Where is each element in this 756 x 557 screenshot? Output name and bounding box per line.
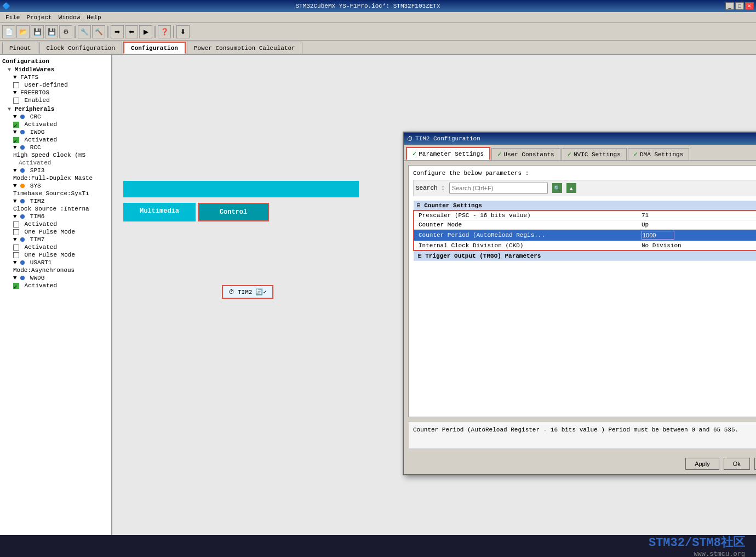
check-dma: ✓ — [634, 150, 638, 158]
toolbar-new[interactable]: 📄 — [2, 25, 15, 38]
maximize-button[interactable]: □ — [735, 2, 744, 10]
tree-crc[interactable]: ▼ CRC — [2, 113, 109, 121]
tree-tim6-activated[interactable]: Activated — [2, 220, 109, 228]
watermark-subtext: www.stmcu.org — [694, 550, 745, 557]
search-button-green2[interactable]: ▲ — [566, 183, 576, 193]
dialog-title-icon: ⏱ — [407, 135, 413, 143]
tree-spi3[interactable]: ▼ SPI3 — [2, 167, 109, 174]
menu-file[interactable]: File — [2, 13, 23, 22]
dialog-tab-parameters[interactable]: ✓ Parameter Settings — [406, 147, 490, 160]
toolbar-save[interactable]: 💾 — [31, 25, 44, 38]
apply-button[interactable]: Apply — [685, 458, 719, 470]
tab-pinout[interactable]: Pinout — [2, 42, 38, 54]
tree-fatfs[interactable]: ▼ FATFS — [2, 73, 109, 81]
category-control[interactable]: Control — [198, 203, 269, 221]
tree-section-peripherals: ▼ Peripherals ▼ CRC ✓ Activated ▼ IWDG ✓ — [2, 105, 109, 289]
tree-iwdg-activated[interactable]: ✓ Activated — [2, 136, 109, 144]
checkbox-tim7-opm[interactable] — [13, 252, 19, 258]
tree-crc-activated[interactable]: ✓ Activated — [2, 121, 109, 128]
tree-rcc-activated[interactable]: Activated — [2, 159, 109, 167]
search-button-green1[interactable]: 🔍 — [552, 183, 562, 193]
menu-project[interactable]: Project — [23, 13, 55, 22]
title-buttons: _ □ ✕ — [725, 2, 754, 10]
tree-middlewares[interactable]: ▼ MiddleWares — [2, 66, 109, 73]
dialog-description: Counter Period (AutoReload Register - 16… — [408, 422, 756, 449]
dot-wwdg — [20, 276, 25, 280]
tree-iwdg[interactable]: ▼ IWDG — [2, 128, 109, 136]
checkbox-freertos[interactable] — [13, 98, 19, 104]
menu-help[interactable]: Help — [83, 13, 104, 22]
tab-clock[interactable]: Clock Configuration — [39, 42, 122, 54]
tree-wwdg[interactable]: ▼ WWDG — [2, 274, 109, 282]
dot-tim7 — [20, 237, 25, 242]
minimize-button[interactable]: _ — [725, 2, 734, 10]
tim2-chip-box[interactable]: ⏱ TIM2 🔄✓ — [222, 285, 273, 299]
dot-rcc — [20, 145, 25, 150]
checkbox-wwdg[interactable]: ✓ — [13, 283, 19, 289]
checkbox-tim7[interactable] — [13, 245, 19, 251]
dot-tim2 — [20, 199, 25, 203]
dialog-buttons: Apply Ok Cancel — [404, 453, 756, 474]
tree-sys[interactable]: ▼ SYS — [2, 182, 109, 190]
tree-rcc[interactable]: ▼ RCC — [2, 144, 109, 151]
ok-button[interactable]: Ok — [724, 458, 750, 470]
tree-freertos-enabled[interactable]: Enabled — [2, 96, 109, 104]
tree-section-middlewares: ▼ MiddleWares ▼ FATFS User-defined ▼ FRE… — [2, 66, 109, 104]
toolbar-btn6[interactable]: 🔧 — [78, 25, 91, 38]
toolbar-btn8[interactable]: ➡ — [111, 25, 124, 38]
dialog-tab-user-constants[interactable]: ✓ User Constants — [491, 148, 560, 160]
tree-tim6-opm[interactable]: One Pulse Mode — [2, 228, 109, 236]
dialog-tab-nvic[interactable]: ✓ NVIC Settings — [562, 148, 627, 160]
toolbar-btn7[interactable]: 🔨 — [92, 25, 105, 38]
tree-freertos[interactable]: ▼ FREERTOS — [2, 89, 109, 96]
title-icon: 🔷 — [2, 2, 10, 10]
toolbar-btn9[interactable]: ⬅ — [125, 25, 138, 38]
toolbar-btn10[interactable]: ▶ — [139, 25, 152, 38]
checkbox-tim6-opm[interactable] — [13, 229, 19, 235]
tree-tim7-opm[interactable]: One Pulse Mode — [2, 251, 109, 259]
tab-power[interactable]: Power Consumption Calculator — [187, 42, 302, 54]
tree-usart1[interactable]: ▼ USART1 — [2, 259, 109, 266]
tree-fatfs-user[interactable]: User-defined — [2, 81, 109, 89]
param-row-counter-mode[interactable]: Counter Mode Up — [414, 220, 756, 230]
tree-tim2-clock[interactable]: Clock Source :Interna — [2, 205, 109, 213]
tree-spi3-mode[interactable]: Mode:Full-Duplex Maste — [2, 174, 109, 182]
checkbox-iwdg[interactable]: ✓ — [13, 137, 19, 143]
param-row-clock-division[interactable]: Internal Clock Division (CKD) No Divisio… — [414, 241, 756, 251]
toolbar-btn5[interactable]: ⚙ — [59, 25, 72, 38]
menu-window[interactable]: Window — [55, 13, 84, 22]
checkbox-crc[interactable]: ✓ — [13, 122, 19, 128]
tree-peripherals[interactable]: ▼ Peripherals — [2, 105, 109, 113]
tree-rcc-hsc[interactable]: High Speed Clock (HS — [2, 151, 109, 159]
tree-tim2[interactable]: ▼ TIM2 — [2, 197, 109, 205]
group-trigger-output[interactable]: ⊞ Trigger Output (TRGO) Parameters — [414, 251, 756, 261]
title-bar: 🔷 STM32CubeMX YS-F1Pro.ioc*: STM32F103ZE… — [0, 0, 756, 12]
close-button[interactable]: ✕ — [745, 2, 754, 10]
toolbar-help[interactable]: ❓ — [158, 25, 171, 38]
toolbar-btn11[interactable]: ⬇ — [176, 25, 190, 38]
dialog-tab-dma[interactable]: ✓ DMA Settings — [628, 148, 689, 160]
tree-tim6[interactable]: ▼ TIM6 — [2, 213, 109, 220]
dot-spi3 — [20, 168, 25, 173]
tree-tim7-activated[interactable]: Activated — [2, 243, 109, 251]
dot-iwdg — [20, 130, 25, 134]
counter-period-input[interactable] — [642, 231, 674, 240]
category-multimedia[interactable]: Multimedia — [123, 203, 196, 221]
checkbox-fatfs-user[interactable] — [13, 82, 19, 88]
param-table: ⊟ Counter Settings Prescaler (PSC - 16 b… — [413, 201, 756, 261]
toolbar-save2[interactable]: 💾 — [45, 25, 58, 38]
tree-wwdg-activated[interactable]: ✓ Activated — [2, 282, 109, 289]
param-row-counter-period[interactable]: Counter Period (AutoReload Regis... — [414, 230, 756, 241]
param-row-prescaler[interactable]: Prescaler (PSC - 16 bits value) 71 — [414, 211, 756, 220]
tree-sys-timebase[interactable]: Timebase Source:SysTi — [2, 190, 109, 197]
group-counter-settings[interactable]: ⊟ Counter Settings — [414, 201, 756, 211]
tab-configuration[interactable]: Configuration — [123, 42, 186, 54]
check-param: ✓ — [413, 150, 416, 158]
search-input[interactable] — [449, 183, 548, 194]
tree-usart1-mode[interactable]: Mode:Asynchronous — [2, 266, 109, 274]
toolbar: 📄 📂 💾 💾 ⚙ 🔧 🔨 ➡ ⬅ ▶ ❓ ⬇ — [0, 23, 756, 41]
menu-bar: File Project Window Help — [0, 12, 756, 23]
tree-tim7[interactable]: ▼ TIM7 — [2, 236, 109, 243]
toolbar-open[interactable]: 📂 — [16, 25, 30, 38]
checkbox-tim6[interactable] — [13, 221, 19, 228]
